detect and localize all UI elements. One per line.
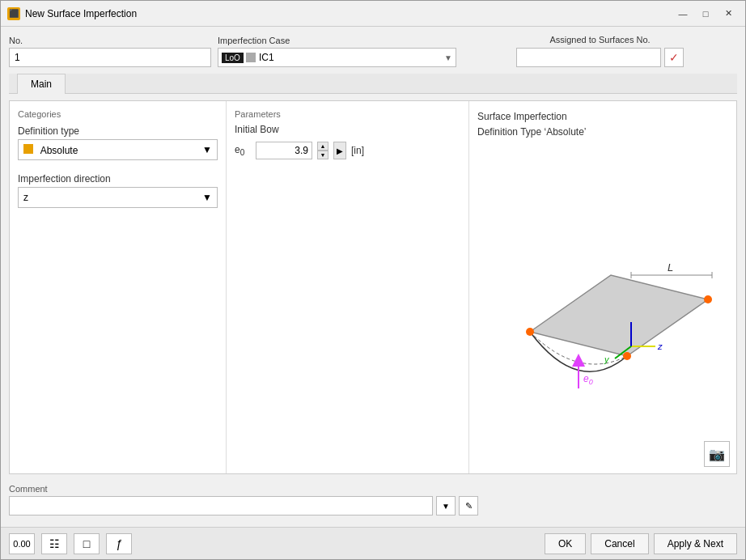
camera-icon: 📷: [709, 447, 725, 462]
definition-type-value: Absolute: [40, 145, 78, 156]
tab-main[interactable]: Main: [17, 74, 66, 94]
svg-text:z: z: [657, 342, 663, 351]
footer-left-tools: 0.00 ☷ □ ƒ: [9, 533, 132, 554]
assign-button[interactable]: ✓: [664, 48, 684, 67]
definition-type-color-dot: [23, 144, 33, 154]
camera-button[interactable]: 📷: [704, 441, 730, 467]
imperfection-direction-arrow-icon: ▼: [202, 192, 212, 203]
imperfection-direction-group: Imperfection direction z ▼: [18, 173, 218, 208]
e0-label: e0: [235, 144, 251, 157]
svg-point-14: [623, 352, 631, 360]
grid-button[interactable]: ☷: [41, 533, 67, 554]
e0-input[interactable]: [256, 142, 312, 159]
e0-decrement-button[interactable]: ▼: [317, 151, 328, 159]
minimize-button[interactable]: —: [672, 6, 693, 22]
title-controls: — □ ✕: [672, 6, 739, 22]
initial-bow-label: Initial Bow: [235, 124, 460, 135]
assigned-group: Assigned to Surfaces No. ✓: [463, 35, 737, 67]
svg-text:L: L: [668, 261, 673, 274]
parameters-header: Parameters: [235, 109, 460, 119]
no-field-group: No.: [9, 36, 211, 67]
middle-panel: Parameters Initial Bow e0 ▲ ▼ ▶ [in]: [227, 101, 469, 473]
dropdown-arrow-icon: ▼: [444, 53, 452, 62]
definition-type-group: Definition type Absolute ▼: [18, 125, 218, 160]
title-bar: ⬛ New Surface Imperfection — □ ✕: [1, 1, 745, 27]
loo-badge: LoO: [222, 53, 244, 63]
coordinates-icon: 0.00: [13, 539, 30, 549]
svg-marker-0: [530, 275, 708, 356]
e0-spinner: ▲ ▼: [317, 142, 328, 159]
view-button[interactable]: □: [74, 533, 100, 554]
no-input[interactable]: [9, 48, 211, 67]
cursor-icon: ✓: [669, 51, 679, 64]
footer-actions: OK Cancel Apply & Next: [545, 533, 737, 554]
surface-imperfection-diagram: L y z e0: [481, 202, 724, 413]
imperfection-direction-select[interactable]: z ▼: [18, 187, 218, 208]
grid-icon: ☷: [49, 537, 60, 550]
assigned-label: Assigned to Surfaces No.: [549, 35, 650, 45]
comment-field-group: Comment ▼ ✎: [9, 484, 478, 515]
imperfection-direction-label: Imperfection direction: [18, 173, 218, 185]
description-area: Surface Imperfection Definition Type ‘Ab…: [477, 109, 728, 140]
main-content: Categories Definition type Absolute ▼ Im…: [9, 100, 737, 474]
comment-dropdown-button[interactable]: ▼: [436, 496, 456, 515]
edit-icon: ✎: [465, 501, 473, 511]
imperfection-case-label: Imperfection Case: [218, 36, 456, 45]
tab-bar: Main: [9, 74, 737, 94]
top-row: No. Imperfection Case LoO IC1 ▼ Assigned…: [9, 35, 737, 67]
description-line2: Definition Type ‘Absolute’: [477, 125, 728, 140]
e0-increment-button[interactable]: ▲: [317, 142, 328, 151]
categories-header: Categories: [18, 109, 218, 119]
svg-point-13: [704, 295, 712, 303]
definition-type-arrow-icon: ▼: [202, 144, 212, 155]
close-button[interactable]: ✕: [718, 6, 739, 22]
ok-button[interactable]: OK: [545, 533, 586, 554]
screenshot-area: 📷: [704, 441, 730, 467]
content-area: No. Imperfection Case LoO IC1 ▼ Assigned…: [1, 27, 745, 527]
svg-text:e0: e0: [583, 373, 593, 386]
dropdown-icon: ▼: [442, 502, 450, 511]
e0-param-row: e0 ▲ ▼ ▶ [in]: [235, 142, 460, 159]
svg-text:y: y: [604, 354, 610, 364]
assigned-input[interactable]: [516, 48, 661, 67]
right-panel: Surface Imperfection Definition Type ‘Ab…: [469, 101, 736, 473]
imperfection-case-select[interactable]: LoO IC1 ▼: [218, 48, 456, 67]
left-panel: Categories Definition type Absolute ▼ Im…: [10, 101, 227, 473]
formula-button[interactable]: ƒ: [106, 533, 132, 554]
comment-extra-button[interactable]: ✎: [459, 496, 478, 515]
coordinates-button[interactable]: 0.00: [9, 533, 35, 554]
e0-unit: [in]: [351, 145, 364, 156]
diagram-area: L y z e0: [477, 150, 728, 465]
definition-type-select[interactable]: Absolute ▼: [18, 139, 218, 160]
main-window: ⬛ New Surface Imperfection — □ ✕ No. Imp…: [0, 0, 746, 560]
cancel-button[interactable]: Cancel: [591, 533, 648, 554]
ic1-text: IC1: [259, 52, 444, 63]
window-icon: ⬛: [7, 7, 20, 20]
footer: 0.00 ☷ □ ƒ OK Cancel Apply & Next: [1, 527, 745, 559]
svg-point-12: [526, 328, 534, 336]
e0-arrow-button[interactable]: ▶: [333, 142, 346, 159]
no-label: No.: [9, 36, 211, 45]
comment-label: Comment: [9, 484, 478, 494]
comment-input[interactable]: [9, 496, 433, 515]
formula-icon: ƒ: [116, 537, 122, 550]
comment-area: Comment ▼ ✎: [9, 481, 737, 519]
maximize-button[interactable]: □: [695, 6, 716, 22]
description-line1: Surface Imperfection: [477, 109, 728, 125]
window-title: New Surface Imperfection: [25, 8, 137, 19]
imperfection-case-group: Imperfection Case LoO IC1 ▼: [218, 36, 456, 67]
definition-type-label: Definition type: [18, 125, 218, 137]
title-bar-left: ⬛ New Surface Imperfection: [7, 7, 137, 20]
imperfection-direction-value: z: [23, 192, 28, 203]
apply-next-button[interactable]: Apply & Next: [654, 533, 737, 554]
view-icon: □: [83, 537, 90, 550]
comment-row: ▼ ✎: [9, 496, 478, 515]
